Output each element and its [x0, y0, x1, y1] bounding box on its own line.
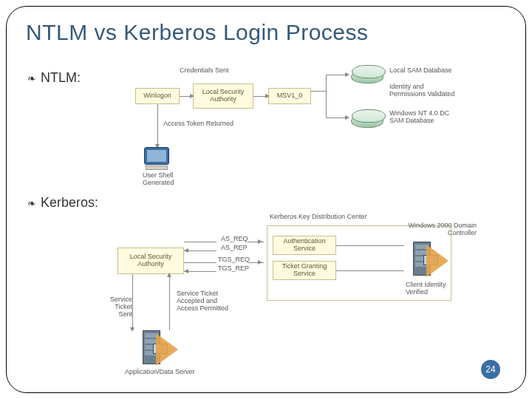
connector [336, 270, 404, 271]
bullet-ntlm-label: NTLM: [41, 70, 81, 86]
kerb-appserver-label: Application/Data Server [125, 369, 195, 376]
arrow-right-icon [345, 72, 349, 77]
kerb-identity-label: Client Identity Verified [406, 282, 457, 296]
bullet-kerberos-label: Kerberos: [41, 195, 98, 211]
slide-frame: NTLM vs Kerberos Login Process ❧ NTLM: ❧… [6, 6, 526, 393]
computer-icon [144, 147, 169, 170]
connector [184, 262, 216, 263]
connector [248, 262, 264, 263]
kerb-dc-label: Windows 2000 Domain Controller [406, 222, 477, 237]
page-title: NTLM vs Kerberos Login Process [26, 20, 369, 45]
connector [326, 75, 327, 117]
database-icon [351, 115, 383, 128]
bullet-kerberos: ❧ Kerberos: [27, 195, 98, 211]
arrow-right-icon [190, 94, 194, 98]
kerb-accepted-label: Service Ticket Accepted and Access Permi… [177, 290, 237, 313]
kerb-tgs-box: Ticket Granting Service [273, 261, 336, 280]
connector [157, 104, 158, 147]
arrow-right-icon [265, 94, 270, 98]
bullet-icon: ❧ [27, 72, 36, 84]
kerb-asrep-label: AS_REP [221, 245, 248, 252]
kerb-asreq-label: AS_REQ [221, 236, 248, 243]
server-icon [407, 242, 437, 276]
ntlm-nt4dc-label: Windows NT 4.0 DC SAM Database [389, 110, 463, 125]
bullet-ntlm: ❧ NTLM: [27, 70, 81, 86]
connector [169, 274, 170, 330]
kerb-service-ticket-label: Service Ticket Sent [100, 296, 132, 318]
kerb-auth-service-box: Authentication Service [273, 236, 336, 255]
connector [184, 242, 216, 242]
connector [248, 242, 264, 242]
arrow-right-icon [345, 115, 349, 120]
ntlm-credentials-label: Credentials Sent [180, 67, 229, 75]
connector [184, 271, 216, 272]
ntlm-lsa-box: Local Security Authority [193, 83, 253, 109]
bullet-icon: ❧ [27, 197, 36, 209]
ntlm-token-label: Access Token Returned [163, 120, 233, 128]
kerb-lsa-box: Local Security Authority [117, 248, 184, 274]
connector [132, 274, 133, 330]
connector [336, 245, 404, 246]
arrow-up-icon [167, 273, 171, 277]
arrow-left-icon [184, 269, 188, 273]
ntlm-shell-label: User Shell Generated [143, 172, 180, 187]
server-icon [137, 330, 166, 364]
ntlm-winlogon-box: Winlogon [135, 88, 180, 104]
connector [311, 91, 326, 92]
arrow-left-icon [184, 248, 188, 253]
kdc-title-label: Kerberos Key Distribution Center [270, 214, 367, 221]
ntlm-msv-box: MSV1_0 [268, 88, 311, 104]
kerb-tgsreq-label: TGS_REQ [218, 256, 250, 264]
arrow-down-icon [130, 327, 134, 332]
ntlm-identity-label: Identity and Permissions Validated [389, 83, 456, 98]
connector [184, 250, 216, 251]
database-icon [351, 70, 383, 83]
ntlm-local-sam-label: Local SAM Database [389, 67, 452, 75]
page-number-badge: 24 [481, 360, 500, 379]
kerb-tgsrep-label: TGS_REP [218, 265, 249, 273]
